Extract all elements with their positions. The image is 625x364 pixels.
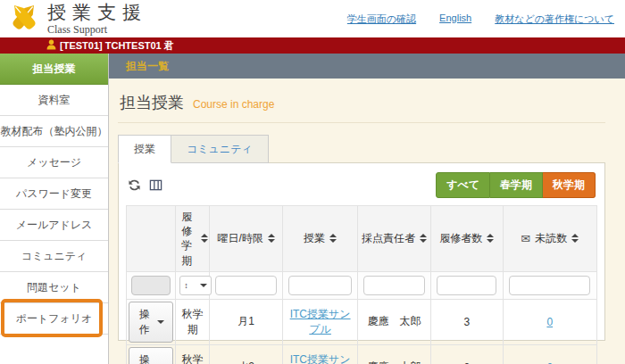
sort-icon[interactable] [487,234,494,243]
link-copyright[interactable]: 教材などの著作権について [495,12,614,26]
sidebar: 担当授業 資料室 教材配布（塾内公開） メッセージ パスワード変更 メールアドレ… [0,54,109,364]
col-header-grader: 採点責任者 [358,206,431,272]
user-icon [46,37,56,54]
col-header-unread: ✉未読数 [503,206,596,272]
sidebar-item-portfolio[interactable]: ポートフォリオ [0,303,108,335]
table-row: 操作 秋学期 水2 ITC授業サンプル3 慶應 太郎 2 0 [127,344,597,364]
caret-down-icon [200,284,207,287]
term-filter-all-button[interactable]: すべて [436,172,490,198]
page-title: 担当授業 [120,92,184,113]
sort-icon[interactable] [571,234,579,243]
term-filter-spring-button[interactable]: 春学期 [490,172,543,198]
term-cell: 秋学期 [176,344,210,364]
page-subtitle: Course in charge [193,98,274,111]
user-bar: [TEST01] TCHTEST01 君 [0,37,625,54]
unread-link[interactable]: 0 [546,316,553,328]
filter-unread-input[interactable] [509,276,590,295]
day-period-cell: 水2 [210,344,283,364]
grader-cell: 慶應 太郎 [358,344,431,364]
term-filter-fall-button[interactable]: 秋学期 [543,172,596,198]
tab-courses[interactable]: 授業 [118,135,171,163]
sidebar-item-library[interactable]: 資料室 [0,85,108,116]
filter-course-input[interactable] [288,276,352,295]
course-link[interactable]: ITC授業サンプル [290,308,351,335]
logo-title: 授業支援 [47,4,147,22]
col-header-day-period: 曜日/時限 [210,206,283,272]
tab-panel: すべて 春学期 秋学期 履修学期 [118,162,605,341]
sidebar-item-courses[interactable]: 担当授業 [0,54,108,85]
course-link[interactable]: ITC授業サンプル3 [290,353,351,364]
sort-icon[interactable] [201,234,208,243]
app-logo: 授業支援 Class Support [0,1,147,37]
filter-grader-input[interactable] [363,276,424,295]
filter-enrolled-input[interactable] [437,276,496,295]
day-period-cell: 月1 [210,299,283,344]
column-toggle-icon[interactable] [149,178,162,192]
sort-icon[interactable] [268,234,275,243]
filter-day-period-input[interactable] [215,276,276,295]
tab-bar: 授業 コミュニティ [109,135,625,162]
term-filter-group: すべて 春学期 秋学期 [436,172,596,198]
grader-cell: 慶應 太郎 [358,299,431,344]
course-table: 履修学期 曜日/時限 授業 採点責任者 履修者数 [126,205,597,364]
sidebar-item-community[interactable]: コミュニティ [0,241,108,272]
filter-term-select[interactable]: ↕ [179,276,212,295]
sort-icon[interactable] [420,234,427,243]
col-header-actions [127,206,176,272]
divider [118,122,605,123]
updown-icon: ↕ [184,281,188,290]
filter-row: ↕ [127,271,597,299]
caret-down-icon [157,320,164,324]
refresh-icon[interactable] [128,178,141,192]
actions-dropdown-button[interactable]: 操作 [129,302,173,343]
sort-icon[interactable] [329,234,337,243]
logged-in-user-label: [TEST01] TCHTEST01 君 [60,39,174,53]
actions-dropdown-button[interactable]: 操作 [129,347,173,364]
main-content: 担当一覧 担当授業 Course in charge 授業 コミュニティ [109,54,625,364]
link-student-view[interactable]: 学生画面の確認 [347,12,416,26]
enrolled-cell: 3 [430,299,503,344]
mail-icon: ✉ [521,231,530,247]
table-row: 操作 秋学期 月1 ITC授業サンプル 慶應 太郎 3 0 [127,299,597,344]
tab-community[interactable]: コミュニティ [171,135,269,163]
sidebar-item-messages[interactable]: メッセージ [0,147,108,178]
sidebar-item-question-set[interactable]: 問題セット [0,272,108,303]
term-cell: 秋学期 [176,299,210,344]
header-links: 学生画面の確認 English 教材などの著作権について [347,12,625,26]
sidebar-item-password-change[interactable]: パスワード変更 [0,178,108,210]
crossed-pens-logo-icon [6,1,42,37]
col-header-enrolled: 履修者数 [430,206,503,272]
sidebar-item-material-distribution[interactable]: 教材配布（塾内公開） [0,116,108,147]
app-header: 授業支援 Class Support 学生画面の確認 English 教材などの… [0,0,625,37]
filter-actions-input [131,276,171,295]
col-header-term: 履修学期 [176,206,210,272]
sidebar-item-email-address[interactable]: メールアドレス [0,210,108,241]
breadcrumb: 担当一覧 [109,54,625,79]
link-english[interactable]: English [439,12,471,26]
col-header-course: 授業 [282,206,357,272]
logo-subtitle: Class Support [47,24,147,35]
enrolled-cell: 2 [430,344,503,364]
